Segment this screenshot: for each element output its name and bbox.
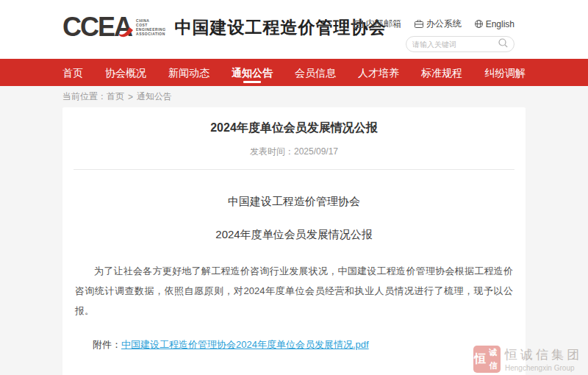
header-utilities: 内部邮箱 办公系统 English: [354, 18, 514, 52]
globe-icon: [475, 20, 483, 28]
search-box[interactable]: [406, 36, 514, 52]
article-title: 2024年度单位会员发展情况公报: [74, 121, 514, 136]
nav-item-members[interactable]: 会员信息: [295, 61, 336, 85]
attachment-label: 附件：: [93, 339, 121, 350]
breadcrumb-current: 通知公告: [137, 90, 172, 103]
article-publish-date: 发表时间：2025/09/17: [74, 146, 514, 158]
attachment-pdf-link[interactable]: 中国建设工程造价管理协会2024年度单位会员发展情况.pdf: [121, 339, 369, 350]
nav-item-home[interactable]: 首页: [62, 61, 83, 85]
internal-mail-label: 内部邮箱: [366, 18, 401, 30]
utility-links: 内部邮箱 办公系统 English: [354, 18, 514, 30]
nav-item-mediation[interactable]: 纠纷调解: [484, 61, 526, 85]
article-paragraph: 为了让社会各方更好地了解工程造价咨询行业发展状况，中国建设工程造价管理协会根据工…: [74, 261, 514, 321]
site-logo[interactable]: CCEA CHINA COST ENGINEERING ASSOCIATION …: [62, 12, 387, 42]
attachment-line: 附件：中国建设工程造价管理协会2024年度单位会员发展情况.pdf: [74, 338, 514, 351]
logo-subtext-line: ASSOCIATION: [136, 32, 166, 36]
doc-heading-org: 中国建设工程造价管理协会: [74, 195, 514, 209]
nav-item-notices[interactable]: 通知公告: [232, 61, 273, 85]
office-system-icon: [415, 20, 423, 28]
breadcrumb-prefix: 当前位置：: [62, 90, 107, 103]
main-nav: 首页 协会概况 新闻动态 通知公告 会员信息 人才培养 标准规程 纠纷调解: [0, 59, 588, 86]
internal-mail-link[interactable]: 内部邮箱: [354, 18, 401, 30]
office-system-link[interactable]: 办公系统: [415, 18, 462, 30]
search-icon[interactable]: [498, 38, 508, 51]
nav-inner: 首页 协会概况 新闻动态 通知公告 会员信息 人才培养 标准规程 纠纷调解: [62, 59, 526, 86]
nav-item-standards[interactable]: 标准规程: [421, 61, 462, 85]
breadcrumb-separator: >: [128, 92, 133, 102]
site-header: CCEA CHINA COST ENGINEERING ASSOCIATION …: [0, 0, 588, 59]
breadcrumb: 当前位置： 首页 > 通知公告: [0, 86, 588, 107]
office-system-label: 办公系统: [426, 18, 462, 30]
logo-acronym: CCEA: [62, 12, 132, 42]
breadcrumb-home-link[interactable]: 首页: [107, 90, 124, 103]
mail-icon: [354, 21, 363, 28]
logo-swoosh-icon: [118, 26, 135, 38]
nav-item-about[interactable]: 协会概况: [105, 61, 146, 85]
nav-item-training[interactable]: 人才培养: [358, 61, 399, 85]
search-input[interactable]: [412, 40, 498, 49]
nav-item-news[interactable]: 新闻动态: [168, 61, 209, 85]
doc-heading-title: 2024年度单位会员发展情况公报: [74, 228, 514, 242]
english-label: English: [486, 19, 514, 29]
logo-subtext: CHINA COST ENGINEERING ASSOCIATION: [136, 18, 166, 36]
article-card: 2024年度单位会员发展情况公报 发表时间：2025/09/17 中国建设工程造…: [62, 107, 526, 375]
article-divider: [74, 169, 514, 170]
english-link[interactable]: English: [475, 19, 514, 29]
